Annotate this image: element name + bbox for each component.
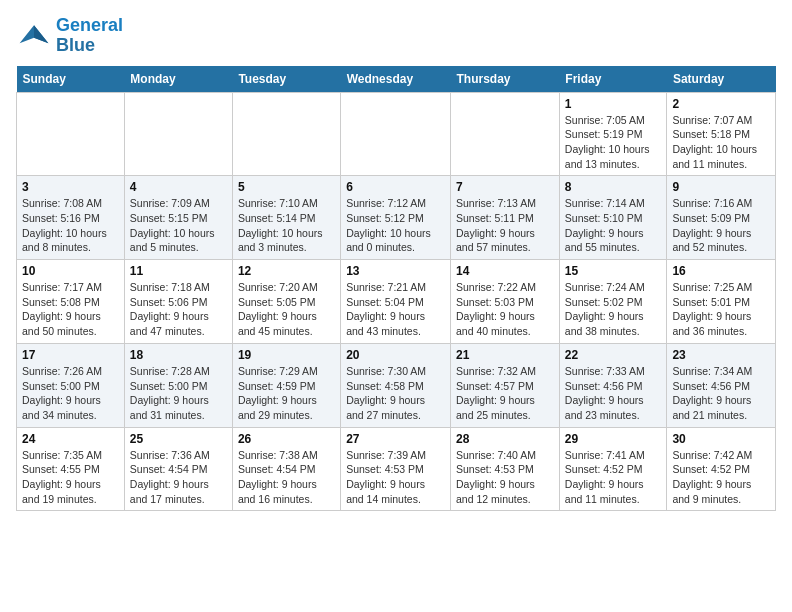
day-info: Sunrise: 7:13 AM Sunset: 5:11 PM Dayligh… <box>456 196 554 255</box>
calendar-cell: 1Sunrise: 7:05 AM Sunset: 5:19 PM Daylig… <box>559 92 667 176</box>
logo-text: General Blue <box>56 16 123 56</box>
weekday-header-tuesday: Tuesday <box>232 66 340 93</box>
day-number: 13 <box>346 264 445 278</box>
calendar-week-5: 24Sunrise: 7:35 AM Sunset: 4:55 PM Dayli… <box>17 427 776 511</box>
calendar-cell: 9Sunrise: 7:16 AM Sunset: 5:09 PM Daylig… <box>667 176 776 260</box>
day-info: Sunrise: 7:25 AM Sunset: 5:01 PM Dayligh… <box>672 280 770 339</box>
weekday-header-friday: Friday <box>559 66 667 93</box>
day-number: 15 <box>565 264 662 278</box>
page-header: General Blue <box>16 16 776 56</box>
calendar-cell: 8Sunrise: 7:14 AM Sunset: 5:10 PM Daylig… <box>559 176 667 260</box>
day-number: 23 <box>672 348 770 362</box>
day-number: 19 <box>238 348 335 362</box>
calendar-cell: 2Sunrise: 7:07 AM Sunset: 5:18 PM Daylig… <box>667 92 776 176</box>
day-info: Sunrise: 7:34 AM Sunset: 4:56 PM Dayligh… <box>672 364 770 423</box>
calendar-cell: 5Sunrise: 7:10 AM Sunset: 5:14 PM Daylig… <box>232 176 340 260</box>
day-info: Sunrise: 7:41 AM Sunset: 4:52 PM Dayligh… <box>565 448 662 507</box>
day-number: 18 <box>130 348 227 362</box>
calendar-week-1: 1Sunrise: 7:05 AM Sunset: 5:19 PM Daylig… <box>17 92 776 176</box>
weekday-header-sunday: Sunday <box>17 66 125 93</box>
day-number: 29 <box>565 432 662 446</box>
day-number: 5 <box>238 180 335 194</box>
calendar-cell: 20Sunrise: 7:30 AM Sunset: 4:58 PM Dayli… <box>341 343 451 427</box>
day-info: Sunrise: 7:28 AM Sunset: 5:00 PM Dayligh… <box>130 364 227 423</box>
weekday-header-saturday: Saturday <box>667 66 776 93</box>
day-info: Sunrise: 7:16 AM Sunset: 5:09 PM Dayligh… <box>672 196 770 255</box>
day-info: Sunrise: 7:32 AM Sunset: 4:57 PM Dayligh… <box>456 364 554 423</box>
calendar-week-3: 10Sunrise: 7:17 AM Sunset: 5:08 PM Dayli… <box>17 260 776 344</box>
day-info: Sunrise: 7:08 AM Sunset: 5:16 PM Dayligh… <box>22 196 119 255</box>
day-info: Sunrise: 7:38 AM Sunset: 4:54 PM Dayligh… <box>238 448 335 507</box>
calendar-cell: 15Sunrise: 7:24 AM Sunset: 5:02 PM Dayli… <box>559 260 667 344</box>
calendar-cell: 13Sunrise: 7:21 AM Sunset: 5:04 PM Dayli… <box>341 260 451 344</box>
day-number: 3 <box>22 180 119 194</box>
day-info: Sunrise: 7:21 AM Sunset: 5:04 PM Dayligh… <box>346 280 445 339</box>
calendar-cell: 30Sunrise: 7:42 AM Sunset: 4:52 PM Dayli… <box>667 427 776 511</box>
day-info: Sunrise: 7:18 AM Sunset: 5:06 PM Dayligh… <box>130 280 227 339</box>
day-info: Sunrise: 7:09 AM Sunset: 5:15 PM Dayligh… <box>130 196 227 255</box>
day-number: 8 <box>565 180 662 194</box>
calendar-cell: 10Sunrise: 7:17 AM Sunset: 5:08 PM Dayli… <box>17 260 125 344</box>
day-info: Sunrise: 7:26 AM Sunset: 5:00 PM Dayligh… <box>22 364 119 423</box>
day-number: 11 <box>130 264 227 278</box>
day-number: 26 <box>238 432 335 446</box>
day-number: 4 <box>130 180 227 194</box>
day-info: Sunrise: 7:24 AM Sunset: 5:02 PM Dayligh… <box>565 280 662 339</box>
calendar-week-2: 3Sunrise: 7:08 AM Sunset: 5:16 PM Daylig… <box>17 176 776 260</box>
day-number: 21 <box>456 348 554 362</box>
day-number: 12 <box>238 264 335 278</box>
calendar-cell: 28Sunrise: 7:40 AM Sunset: 4:53 PM Dayli… <box>451 427 560 511</box>
calendar-cell: 25Sunrise: 7:36 AM Sunset: 4:54 PM Dayli… <box>124 427 232 511</box>
day-info: Sunrise: 7:05 AM Sunset: 5:19 PM Dayligh… <box>565 113 662 172</box>
day-number: 14 <box>456 264 554 278</box>
day-info: Sunrise: 7:35 AM Sunset: 4:55 PM Dayligh… <box>22 448 119 507</box>
calendar-cell: 3Sunrise: 7:08 AM Sunset: 5:16 PM Daylig… <box>17 176 125 260</box>
day-info: Sunrise: 7:20 AM Sunset: 5:05 PM Dayligh… <box>238 280 335 339</box>
calendar-cell <box>17 92 125 176</box>
day-number: 6 <box>346 180 445 194</box>
day-number: 27 <box>346 432 445 446</box>
calendar-cell <box>451 92 560 176</box>
logo: General Blue <box>16 16 123 56</box>
day-info: Sunrise: 7:14 AM Sunset: 5:10 PM Dayligh… <box>565 196 662 255</box>
weekday-header-wednesday: Wednesday <box>341 66 451 93</box>
svg-marker-1 <box>34 25 48 43</box>
day-number: 17 <box>22 348 119 362</box>
day-number: 1 <box>565 97 662 111</box>
calendar-cell <box>341 92 451 176</box>
day-number: 20 <box>346 348 445 362</box>
day-info: Sunrise: 7:17 AM Sunset: 5:08 PM Dayligh… <box>22 280 119 339</box>
weekday-header-monday: Monday <box>124 66 232 93</box>
day-number: 2 <box>672 97 770 111</box>
day-info: Sunrise: 7:36 AM Sunset: 4:54 PM Dayligh… <box>130 448 227 507</box>
day-number: 10 <box>22 264 119 278</box>
calendar-cell: 17Sunrise: 7:26 AM Sunset: 5:00 PM Dayli… <box>17 343 125 427</box>
calendar-cell: 7Sunrise: 7:13 AM Sunset: 5:11 PM Daylig… <box>451 176 560 260</box>
day-info: Sunrise: 7:30 AM Sunset: 4:58 PM Dayligh… <box>346 364 445 423</box>
calendar-cell: 21Sunrise: 7:32 AM Sunset: 4:57 PM Dayli… <box>451 343 560 427</box>
calendar-cell: 18Sunrise: 7:28 AM Sunset: 5:00 PM Dayli… <box>124 343 232 427</box>
calendar-cell: 4Sunrise: 7:09 AM Sunset: 5:15 PM Daylig… <box>124 176 232 260</box>
calendar-cell: 16Sunrise: 7:25 AM Sunset: 5:01 PM Dayli… <box>667 260 776 344</box>
calendar-cell: 12Sunrise: 7:20 AM Sunset: 5:05 PM Dayli… <box>232 260 340 344</box>
day-info: Sunrise: 7:33 AM Sunset: 4:56 PM Dayligh… <box>565 364 662 423</box>
day-number: 28 <box>456 432 554 446</box>
day-number: 22 <box>565 348 662 362</box>
calendar-cell: 26Sunrise: 7:38 AM Sunset: 4:54 PM Dayli… <box>232 427 340 511</box>
calendar-week-4: 17Sunrise: 7:26 AM Sunset: 5:00 PM Dayli… <box>17 343 776 427</box>
day-info: Sunrise: 7:39 AM Sunset: 4:53 PM Dayligh… <box>346 448 445 507</box>
day-info: Sunrise: 7:42 AM Sunset: 4:52 PM Dayligh… <box>672 448 770 507</box>
calendar-table: SundayMondayTuesdayWednesdayThursdayFrid… <box>16 66 776 512</box>
day-number: 24 <box>22 432 119 446</box>
weekday-header-thursday: Thursday <box>451 66 560 93</box>
calendar-cell: 23Sunrise: 7:34 AM Sunset: 4:56 PM Dayli… <box>667 343 776 427</box>
day-number: 16 <box>672 264 770 278</box>
day-number: 30 <box>672 432 770 446</box>
calendar-cell <box>124 92 232 176</box>
day-info: Sunrise: 7:29 AM Sunset: 4:59 PM Dayligh… <box>238 364 335 423</box>
day-info: Sunrise: 7:40 AM Sunset: 4:53 PM Dayligh… <box>456 448 554 507</box>
calendar-cell: 19Sunrise: 7:29 AM Sunset: 4:59 PM Dayli… <box>232 343 340 427</box>
calendar-cell: 14Sunrise: 7:22 AM Sunset: 5:03 PM Dayli… <box>451 260 560 344</box>
day-number: 7 <box>456 180 554 194</box>
day-info: Sunrise: 7:22 AM Sunset: 5:03 PM Dayligh… <box>456 280 554 339</box>
